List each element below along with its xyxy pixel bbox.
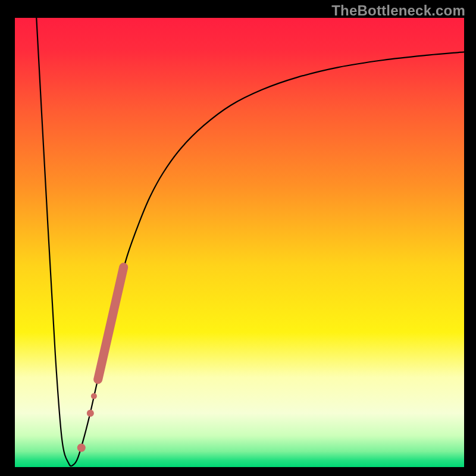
- watermark-text: TheBottleneck.com: [331, 2, 465, 19]
- marker-dot: [87, 409, 94, 416]
- marker-dot: [91, 393, 97, 399]
- marker-dot: [77, 444, 86, 452]
- plot-area: [15, 18, 464, 467]
- chart-svg: [15, 18, 464, 467]
- gradient-background: [15, 18, 464, 467]
- chart-frame: TheBottleneck.com: [0, 0, 476, 476]
